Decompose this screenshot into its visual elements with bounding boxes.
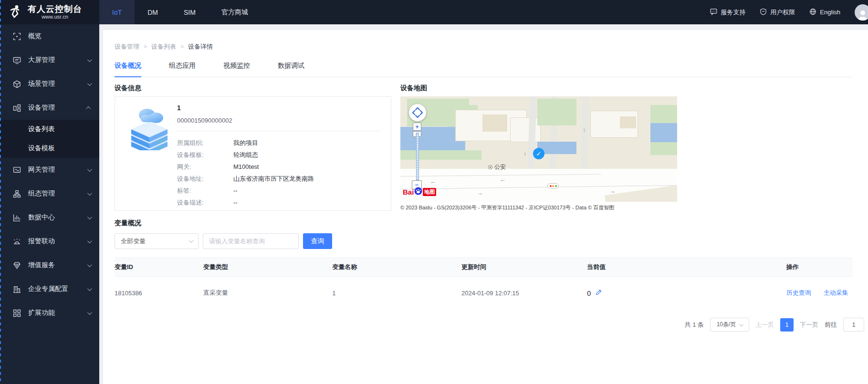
grid-icon: [13, 309, 21, 317]
tab-device-overview[interactable]: 设备概况: [115, 62, 141, 77]
language-switch-button[interactable]: English: [809, 8, 840, 17]
sidebar-item-alarm-linkage[interactable]: 报警联动: [0, 229, 99, 253]
map-pan-control[interactable]: [408, 104, 427, 122]
pagination: 共 1 条 10条/页 上一页 1 下一页 前往: [115, 318, 864, 332]
cell-current-value: 0: [587, 289, 591, 297]
sidebar-item-data-center[interactable]: 数据中心: [0, 206, 99, 229]
col-variable-name: 变量名称: [332, 263, 461, 271]
edit-value-icon[interactable]: [595, 289, 602, 297]
user-permission-button[interactable]: 用户权限: [760, 8, 795, 17]
sidebar-item-value-added[interactable]: 增值服务: [0, 253, 99, 277]
gateway-icon: [13, 166, 21, 174]
sidebar-item-overview[interactable]: 概览: [0, 24, 99, 48]
nav-item-sim[interactable]: SIM: [171, 0, 209, 24]
variable-search-input[interactable]: [203, 233, 299, 249]
cell-update-time: 2024-01-09 12:07:15: [461, 290, 587, 297]
field-value-template: 轮询组态: [233, 149, 258, 161]
device-location-marker[interactable]: ✓: [533, 148, 544, 159]
nav-item-iot[interactable]: IoT: [99, 0, 135, 24]
device-grid-icon: [13, 104, 21, 112]
device-stack-image: [125, 104, 173, 152]
cell-variable-id: 18105386: [115, 290, 203, 297]
field-value-tag: --: [233, 185, 238, 197]
sidebar-item-label: 企业专属配置: [28, 285, 68, 293]
sidebar-item-label: 报警联动: [28, 237, 55, 246]
map-green-area: [537, 99, 576, 125]
sidebar-subitem-device-template[interactable]: 设备模板: [0, 139, 99, 158]
nav-item-dm[interactable]: DM: [135, 0, 171, 24]
goto-label: 前往: [825, 321, 837, 329]
sidebar-subitem-device-list[interactable]: 设备列表: [0, 120, 99, 139]
map-arrow-right: →: [477, 190, 483, 196]
tab-data-debug[interactable]: 数据调试: [278, 62, 304, 77]
sidebar-item-config-mgmt[interactable]: 组态管理: [0, 182, 99, 206]
sidebar-item-scene-mgmt[interactable]: 场景管理: [0, 72, 99, 96]
col-update-time: 更新时间: [461, 263, 587, 271]
user-permission-label: 用户权限: [770, 8, 795, 17]
map-arrow-left: ←: [500, 176, 506, 183]
field-value-gateway: M100test: [233, 161, 259, 173]
usr-person-logo-icon: [8, 4, 23, 21]
globe-icon: [809, 8, 816, 17]
device-name: 1: [177, 104, 381, 112]
breadcrumb-device-mgmt[interactable]: 设备管理: [115, 42, 139, 51]
sidebar-item-label: 场景管理: [28, 80, 55, 88]
map-zoom-slider[interactable]: [416, 133, 419, 180]
map-zoom-in-button[interactable]: +: [413, 123, 421, 131]
page-number-1[interactable]: 1: [780, 318, 794, 332]
logo[interactable]: 有人云控制台 www.usr.cn: [0, 0, 99, 24]
prev-page-button[interactable]: 上一页: [755, 321, 774, 329]
query-button[interactable]: 查询: [303, 233, 332, 249]
language-label: English: [820, 9, 840, 16]
chevron-down-icon: [87, 239, 92, 243]
map-arrow-left: ←: [430, 178, 436, 185]
breadcrumb-device-detail: 设备详情: [188, 42, 213, 51]
main-area: 设备管理 > 设备列表 > 设备详情 设备概况 组态应用 视频监控 数据调试 设…: [99, 24, 868, 384]
gem-icon: [13, 261, 21, 270]
tab-config-app[interactable]: 组态应用: [169, 62, 196, 77]
next-page-button[interactable]: 下一页: [800, 321, 818, 329]
breadcrumb-separator: >: [144, 43, 147, 50]
variable-type-select[interactable]: 全部变量: [115, 233, 199, 249]
sidebar-item-gateway-mgmt[interactable]: 网关管理: [0, 158, 99, 182]
sidebar-item-label: 大屏管理: [28, 56, 55, 64]
page-size-value: 10条/页: [717, 321, 736, 329]
chevron-down-icon: [87, 167, 92, 172]
flowchart-icon: [13, 190, 21, 198]
col-current-value: 当前值: [587, 263, 786, 271]
sidebar-item-label: 数据中心: [28, 213, 55, 222]
top-header: 有人云控制台 www.usr.cn IoT DM SIM 官方商城 服务支持: [0, 0, 868, 24]
baidu-map-label: 地图: [423, 188, 436, 196]
baidu-map[interactable]: 公安 ↓ ↑ ← ← → → ✓: [400, 96, 677, 202]
active-collect-link[interactable]: 主动采集: [824, 289, 848, 297]
building-icon: [13, 285, 21, 293]
service-support-button[interactable]: 服务支持: [710, 8, 745, 17]
map-attribution: © 2023 Baidu - GS(2023)3206号 - 甲测资字11111…: [400, 204, 677, 211]
chevron-down-icon: [87, 57, 92, 62]
cube-icon: [13, 80, 21, 88]
history-query-link[interactable]: 历史查询: [786, 289, 811, 297]
logo-subtitle: www.usr.cn: [42, 14, 68, 20]
variable-type-value: 全部变量: [121, 237, 146, 246]
col-actions: 操作: [786, 263, 853, 271]
table-header-row: 变量ID 变量类型 变量名称 更新时间 当前值 操作: [115, 258, 853, 277]
sidebar: 概览 大屏管理 场景管理 设备管理: [0, 24, 99, 384]
sidebar-item-device-mgmt[interactable]: 设备管理: [0, 96, 99, 120]
sidebar-item-screen-mgmt[interactable]: 大屏管理: [0, 48, 99, 72]
page-size-select[interactable]: 10条/页: [710, 318, 749, 332]
sidebar-item-label: 增值服务: [28, 261, 55, 270]
sidebar-item-extensions[interactable]: 扩展功能: [0, 301, 99, 325]
breadcrumb-device-list[interactable]: 设备列表: [151, 42, 176, 51]
tab-bar: 设备概况 组态应用 视频监控 数据调试: [115, 62, 853, 77]
tab-video-monitor[interactable]: 视频监控: [223, 62, 250, 77]
service-support-label: 服务支持: [721, 8, 745, 17]
overview-icon: [13, 32, 21, 41]
field-label-template: 设备模板:: [177, 149, 233, 161]
user-avatar[interactable]: [855, 4, 868, 21]
goto-page-input[interactable]: [843, 318, 864, 332]
sidebar-item-label: 概览: [28, 32, 42, 41]
bar-chart-icon: [13, 214, 21, 222]
nav-item-mall[interactable]: 官方商城: [209, 0, 261, 24]
sidebar-submenu: 设备列表 设备模板: [0, 120, 99, 158]
sidebar-item-enterprise-config[interactable]: 企业专属配置: [0, 277, 99, 301]
